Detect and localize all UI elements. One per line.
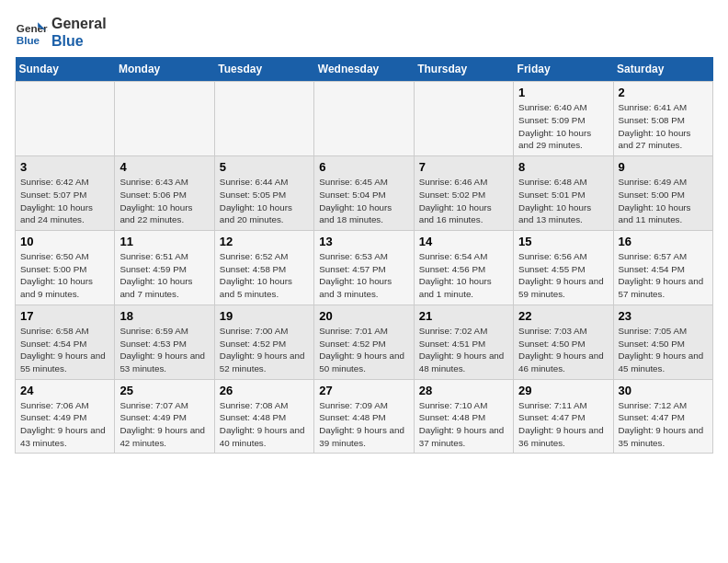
day-number: 15 — [518, 235, 608, 248]
day-number: 26 — [220, 384, 309, 397]
calendar-cell: 26Sunrise: 7:08 AM Sunset: 4:48 PM Dayli… — [214, 379, 313, 454]
weekday-header-tuesday: Tuesday — [214, 57, 313, 82]
day-info: Sunrise: 6:45 AM Sunset: 5:04 PM Dayligh… — [319, 176, 408, 226]
day-number: 23 — [619, 309, 708, 323]
calendar-cell: 21Sunrise: 7:02 AM Sunset: 4:51 PM Dayli… — [414, 304, 513, 379]
day-number: 8 — [518, 160, 608, 174]
weekday-header-friday: Friday — [514, 57, 613, 82]
calendar-cell: 3Sunrise: 6:42 AM Sunset: 5:07 PM Daylig… — [16, 156, 115, 231]
day-number: 25 — [119, 384, 209, 397]
day-info: Sunrise: 6:44 AM Sunset: 5:05 PM Dayligh… — [220, 176, 309, 226]
weekday-header-row: SundayMondayTuesdayWednesdayThursdayFrid… — [16, 57, 713, 82]
svg-text:Blue: Blue — [17, 34, 40, 46]
day-info: Sunrise: 7:02 AM Sunset: 4:51 PM Dayligh… — [419, 325, 508, 375]
calendar-cell: 17Sunrise: 6:58 AM Sunset: 4:54 PM Dayli… — [16, 304, 115, 379]
calendar-cell: 4Sunrise: 6:43 AM Sunset: 5:06 PM Daylig… — [115, 156, 214, 231]
calendar-cell: 23Sunrise: 7:05 AM Sunset: 4:50 PM Dayli… — [613, 304, 712, 379]
day-info: Sunrise: 6:56 AM Sunset: 4:55 PM Dayligh… — [518, 250, 608, 301]
day-number: 30 — [619, 384, 708, 397]
day-number: 17 — [20, 309, 109, 323]
day-info: Sunrise: 7:12 AM Sunset: 4:47 PM Dayligh… — [619, 399, 708, 450]
logo-blue: Blue — [51, 32, 107, 50]
calendar-cell: 15Sunrise: 6:56 AM Sunset: 4:55 PM Dayli… — [514, 231, 613, 305]
calendar-week-2: 3Sunrise: 6:42 AM Sunset: 5:07 PM Daylig… — [16, 156, 713, 231]
day-info: Sunrise: 6:48 AM Sunset: 5:01 PM Dayligh… — [518, 176, 608, 226]
calendar-cell: 1Sunrise: 6:40 AM Sunset: 5:09 PM Daylig… — [514, 82, 613, 156]
day-number: 1 — [518, 86, 608, 99]
calendar-week-4: 17Sunrise: 6:58 AM Sunset: 4:54 PM Dayli… — [16, 304, 713, 379]
day-info: Sunrise: 7:11 AM Sunset: 4:47 PM Dayligh… — [518, 399, 608, 450]
day-info: Sunrise: 6:40 AM Sunset: 5:09 PM Dayligh… — [518, 101, 608, 152]
calendar-cell: 11Sunrise: 6:51 AM Sunset: 4:59 PM Dayli… — [115, 231, 214, 305]
day-info: Sunrise: 6:52 AM Sunset: 4:58 PM Dayligh… — [220, 250, 309, 301]
day-info: Sunrise: 7:09 AM Sunset: 4:48 PM Dayligh… — [319, 399, 408, 450]
day-info: Sunrise: 6:58 AM Sunset: 4:54 PM Dayligh… — [20, 325, 109, 375]
calendar-cell: 10Sunrise: 6:50 AM Sunset: 5:00 PM Dayli… — [16, 231, 115, 305]
calendar-cell: 13Sunrise: 6:53 AM Sunset: 4:57 PM Dayli… — [314, 231, 414, 305]
day-info: Sunrise: 6:49 AM Sunset: 5:00 PM Dayligh… — [619, 176, 708, 226]
day-info: Sunrise: 7:10 AM Sunset: 4:48 PM Dayligh… — [419, 399, 508, 450]
calendar-cell — [214, 82, 313, 156]
calendar-cell: 19Sunrise: 7:00 AM Sunset: 4:52 PM Dayli… — [214, 304, 313, 379]
calendar-cell: 12Sunrise: 6:52 AM Sunset: 4:58 PM Dayli… — [214, 231, 313, 305]
calendar-cell: 22Sunrise: 7:03 AM Sunset: 4:50 PM Dayli… — [514, 304, 613, 379]
day-number: 16 — [619, 235, 708, 248]
calendar-table: SundayMondayTuesdayWednesdayThursdayFrid… — [15, 57, 713, 454]
day-info: Sunrise: 7:05 AM Sunset: 4:50 PM Dayligh… — [619, 325, 708, 375]
day-number: 14 — [419, 235, 508, 248]
day-number: 28 — [419, 384, 508, 397]
day-number: 2 — [619, 86, 708, 99]
day-number: 24 — [20, 384, 109, 397]
day-number: 22 — [518, 309, 608, 323]
day-number: 29 — [518, 384, 608, 397]
calendar-cell: 16Sunrise: 6:57 AM Sunset: 4:54 PM Dayli… — [613, 231, 712, 305]
day-number: 13 — [319, 235, 408, 248]
weekday-header-wednesday: Wednesday — [314, 57, 414, 82]
day-number: 21 — [419, 309, 508, 323]
calendar-cell — [16, 82, 115, 156]
day-number: 5 — [220, 160, 309, 174]
weekday-header-saturday: Saturday — [613, 57, 712, 82]
calendar-cell: 14Sunrise: 6:54 AM Sunset: 4:56 PM Dayli… — [414, 231, 513, 305]
calendar-cell: 28Sunrise: 7:10 AM Sunset: 4:48 PM Dayli… — [414, 379, 513, 454]
calendar-cell: 6Sunrise: 6:45 AM Sunset: 5:04 PM Daylig… — [314, 156, 414, 231]
calendar-cell: 30Sunrise: 7:12 AM Sunset: 4:47 PM Dayli… — [613, 379, 712, 454]
logo: General Blue General Blue — [15, 15, 107, 50]
day-info: Sunrise: 6:50 AM Sunset: 5:00 PM Dayligh… — [20, 250, 109, 301]
calendar-cell — [115, 82, 214, 156]
logo-icon: General Blue — [15, 16, 48, 49]
calendar-cell: 24Sunrise: 7:06 AM Sunset: 4:49 PM Dayli… — [16, 379, 115, 454]
logo-general: General — [51, 15, 107, 32]
day-info: Sunrise: 7:01 AM Sunset: 4:52 PM Dayligh… — [319, 325, 408, 375]
calendar-body: 1Sunrise: 6:40 AM Sunset: 5:09 PM Daylig… — [16, 82, 713, 454]
day-info: Sunrise: 6:46 AM Sunset: 5:02 PM Dayligh… — [419, 176, 508, 226]
day-number: 3 — [20, 160, 109, 174]
day-info: Sunrise: 7:03 AM Sunset: 4:50 PM Dayligh… — [518, 325, 608, 375]
calendar-week-5: 24Sunrise: 7:06 AM Sunset: 4:49 PM Dayli… — [16, 379, 713, 454]
day-number: 10 — [20, 235, 109, 248]
calendar-cell: 29Sunrise: 7:11 AM Sunset: 4:47 PM Dayli… — [514, 379, 613, 454]
day-info: Sunrise: 7:08 AM Sunset: 4:48 PM Dayligh… — [220, 399, 309, 450]
calendar-cell — [314, 82, 414, 156]
day-number: 12 — [220, 235, 309, 248]
calendar-cell: 5Sunrise: 6:44 AM Sunset: 5:05 PM Daylig… — [214, 156, 313, 231]
day-number: 4 — [119, 160, 209, 174]
day-info: Sunrise: 7:07 AM Sunset: 4:49 PM Dayligh… — [119, 399, 209, 450]
calendar-cell: 7Sunrise: 6:46 AM Sunset: 5:02 PM Daylig… — [414, 156, 513, 231]
day-number: 18 — [119, 309, 209, 323]
day-info: Sunrise: 6:51 AM Sunset: 4:59 PM Dayligh… — [119, 250, 209, 301]
day-info: Sunrise: 6:57 AM Sunset: 4:54 PM Dayligh… — [619, 250, 708, 301]
calendar-cell — [414, 82, 513, 156]
day-info: Sunrise: 6:42 AM Sunset: 5:07 PM Dayligh… — [20, 176, 109, 226]
weekday-header-monday: Monday — [115, 57, 214, 82]
day-info: Sunrise: 7:00 AM Sunset: 4:52 PM Dayligh… — [220, 325, 309, 375]
calendar-cell: 27Sunrise: 7:09 AM Sunset: 4:48 PM Dayli… — [314, 379, 414, 454]
calendar-cell: 8Sunrise: 6:48 AM Sunset: 5:01 PM Daylig… — [514, 156, 613, 231]
weekday-header-sunday: Sunday — [16, 57, 115, 82]
day-info: Sunrise: 6:43 AM Sunset: 5:06 PM Dayligh… — [119, 176, 209, 226]
day-number: 7 — [419, 160, 508, 174]
day-number: 6 — [319, 160, 408, 174]
day-info: Sunrise: 6:54 AM Sunset: 4:56 PM Dayligh… — [419, 250, 508, 301]
day-number: 27 — [319, 384, 408, 397]
weekday-header-thursday: Thursday — [414, 57, 513, 82]
